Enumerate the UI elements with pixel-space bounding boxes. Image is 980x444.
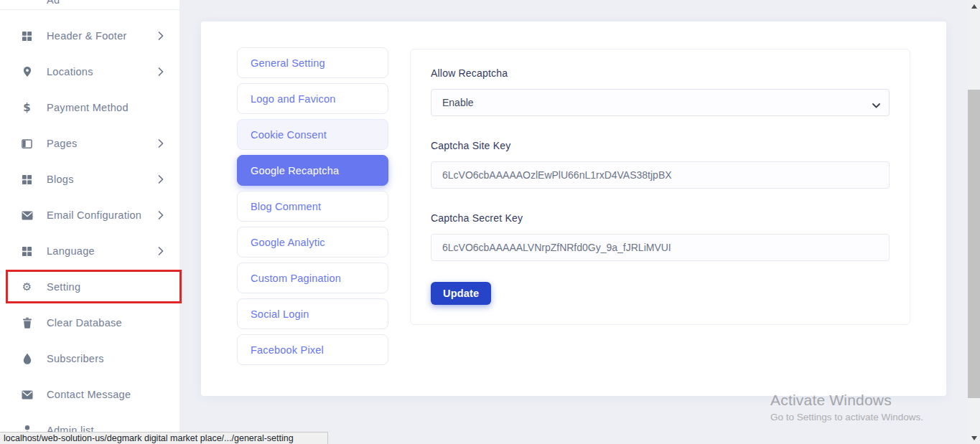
sidebar-item-contact-message[interactable]: Contact Message: [0, 377, 179, 412]
tab-logo-and-favicon[interactable]: Logo and Favicon: [237, 83, 388, 114]
tab-custom-pagination[interactable]: Custom Pagination: [237, 263, 388, 293]
sidebar-item-payment-method[interactable]: $ Payment Method: [0, 90, 179, 126]
scroll-up-button[interactable]: [968, 0, 980, 12]
sidebar-item-label: Subscribers: [47, 353, 104, 364]
vertical-scrollbar[interactable]: [968, 0, 980, 444]
map-pin-icon: [21, 66, 33, 78]
tab-google-analytic[interactable]: Google Analytic: [237, 227, 388, 258]
allow-recaptcha-select[interactable]: Enable: [431, 89, 890, 116]
settings-tabs: General Setting Logo and Favicon Cookie …: [237, 47, 388, 370]
chevron-right-icon: [158, 32, 164, 40]
grid-icon: [21, 174, 33, 186]
pages-icon: [21, 138, 33, 150]
sidebar-item-label: Contact Message: [47, 389, 131, 400]
envelope-icon: [21, 389, 33, 401]
grid-icon: [21, 30, 33, 42]
chevron-right-icon: [158, 139, 164, 148]
chevron-right-icon: [158, 67, 164, 76]
dollar-icon: $: [21, 102, 33, 114]
tab-cookie-consent[interactable]: Cookie Consent: [237, 119, 388, 150]
gear-icon: ⚙: [21, 281, 33, 293]
browser-status-url: localhost/web-solution-us/degmark digita…: [0, 432, 328, 444]
tab-google-recaptcha[interactable]: Google Recaptcha: [237, 155, 388, 186]
sidebar-item-clear-database[interactable]: Clear Database: [0, 305, 179, 341]
tab-social-login[interactable]: Social Login: [237, 298, 388, 329]
grid-icon: [21, 245, 33, 258]
triangle-down-icon: [971, 436, 977, 440]
sidebar-item-label: Locations: [47, 66, 93, 77]
admin-settings-page: Ad Header & Footer Locations $ Payment M…: [0, 0, 980, 444]
sidebar-item-blogs[interactable]: Blogs: [0, 161, 179, 197]
settings-content-card: General Setting Logo and Favicon Cookie …: [201, 22, 946, 396]
chevron-right-icon: [158, 175, 164, 184]
tab-general-setting[interactable]: General Setting: [237, 47, 388, 78]
envelope-icon: [21, 209, 33, 222]
sidebar-item-label: Language: [47, 245, 95, 257]
allow-recaptcha-label: Allow Recaptcha: [431, 67, 890, 79]
tab-blog-comment[interactable]: Blog Comment: [237, 191, 388, 222]
chevron-right-icon: [158, 211, 164, 219]
captcha-site-key-label: Captcha Site Key: [431, 140, 890, 151]
recaptcha-form: Allow Recaptcha Enable Captcha Site Key …: [410, 49, 910, 325]
sidebar-item-language[interactable]: Language: [0, 233, 179, 269]
sidebar-item-label: Email Configuration: [47, 209, 141, 221]
sidebar-item-pages[interactable]: Pages: [0, 126, 179, 161]
captcha-site-key-input[interactable]: [431, 161, 890, 189]
scrollbar-thumb[interactable]: [968, 90, 980, 398]
scroll-down-button[interactable]: [968, 432, 980, 444]
sidebar-item-label: Clear Database: [47, 317, 122, 329]
sidebar-item-setting[interactable]: ⚙ Setting: [0, 269, 179, 305]
update-button[interactable]: Update: [431, 282, 491, 305]
sidebar-item-subscribers[interactable]: Subscribers: [0, 341, 179, 377]
sidebar-item-label: Pages: [47, 138, 78, 149]
sidebar: Ad Header & Footer Locations $ Payment M…: [0, 0, 179, 444]
sidebar-item-label: Payment Method: [47, 102, 129, 113]
sidebar-menu: Header & Footer Locations $ Payment Meth…: [0, 18, 179, 444]
sidebar-item-ad-partial[interactable]: Ad: [47, 0, 60, 6]
sidebar-item-label: Blogs: [47, 174, 74, 185]
sidebar-divider: [0, 9, 179, 10]
tab-facebook-pixel[interactable]: Facebook Pixel: [237, 334, 388, 365]
drop-icon: [21, 353, 33, 365]
activate-windows-watermark: Activate Windows Go to Settings to activ…: [770, 392, 923, 422]
captcha-secret-key-input[interactable]: [431, 234, 890, 261]
sidebar-item-email-configuration[interactable]: Email Configuration: [0, 197, 179, 233]
captcha-secret-key-label: Captcha Secret Key: [431, 212, 890, 224]
sidebar-item-header-footer[interactable]: Header & Footer: [0, 18, 179, 54]
trash-icon: [21, 317, 33, 329]
triangle-up-icon: [971, 4, 977, 9]
watermark-subtitle: Go to Settings to activate Windows.: [770, 412, 923, 422]
sidebar-item-locations[interactable]: Locations: [0, 54, 179, 90]
sidebar-item-label: Setting: [47, 281, 80, 293]
chevron-right-icon: [158, 247, 164, 255]
sidebar-item-label: Header & Footer: [47, 30, 127, 42]
